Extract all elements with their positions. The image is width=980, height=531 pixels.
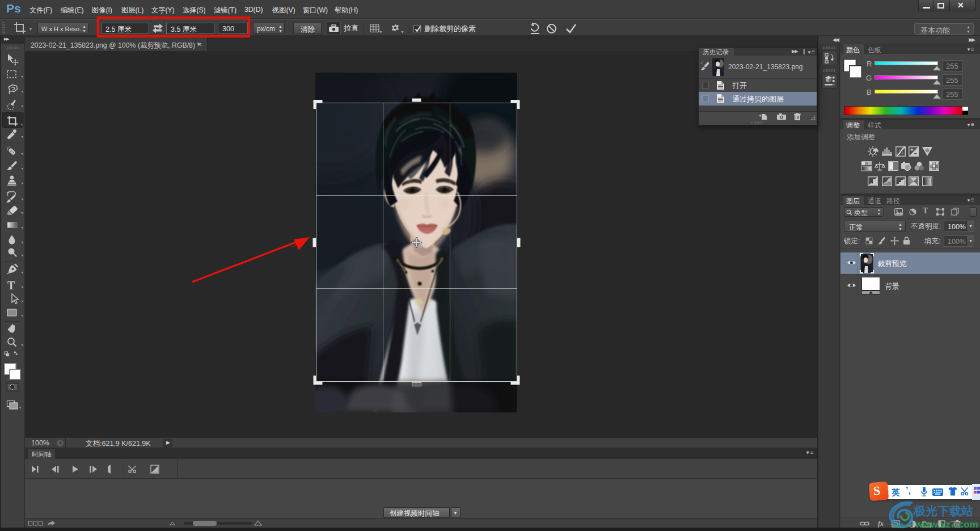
svg-text:极光下载站: 极光下载站 — [913, 504, 973, 517]
svg-text:www.xz7.com: www.xz7.com — [915, 519, 978, 530]
svg-text:T: T — [7, 279, 15, 292]
